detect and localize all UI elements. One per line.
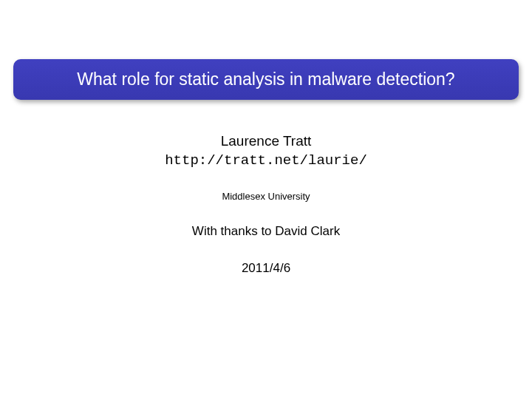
affiliation: Middlesex University [0, 191, 532, 202]
date-line: 2011/4/6 [0, 261, 532, 276]
title-box: What role for static analysis in malware… [13, 59, 519, 100]
thanks-line: With thanks to David Clark [0, 224, 532, 239]
body-block: Laurence Tratt http://tratt.net/laurie/ … [0, 133, 532, 276]
author-name: Laurence Tratt [0, 133, 532, 149]
author-url: http://tratt.net/laurie/ [0, 152, 532, 169]
slide-title: What role for static analysis in malware… [22, 70, 510, 89]
slide: What role for static analysis in malware… [0, 59, 532, 400]
